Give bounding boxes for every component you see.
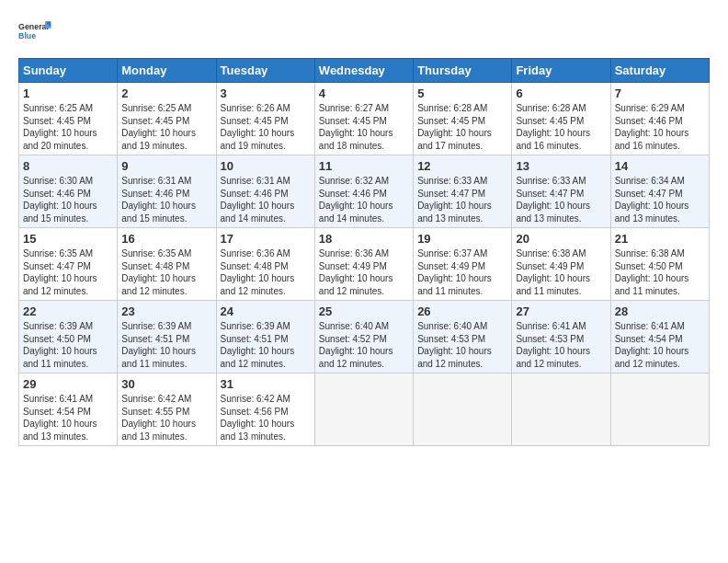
cell-info: Sunrise: 6:37 AMSunset: 4:49 PMDaylight:… (417, 247, 507, 297)
cell-info: Sunrise: 6:38 AMSunset: 4:50 PMDaylight:… (615, 247, 705, 297)
cell-info: Sunrise: 6:41 AMSunset: 4:54 PMDaylight:… (23, 393, 113, 442)
calendar-cell: 18Sunrise: 6:36 AMSunset: 4:49 PMDayligh… (314, 228, 413, 301)
day-number: 4 (319, 86, 409, 100)
calendar-cell: 4Sunrise: 6:27 AMSunset: 4:45 PMDaylight… (314, 83, 413, 155)
cell-info: Sunrise: 6:25 AMSunset: 4:45 PMDaylight:… (121, 102, 211, 152)
cell-info: Sunrise: 6:26 AMSunset: 4:45 PMDaylight:… (221, 102, 311, 152)
day-number: 24 (221, 304, 311, 318)
calendar-cell: 15Sunrise: 6:35 AMSunset: 4:47 PMDayligh… (19, 228, 118, 301)
cell-info: Sunrise: 6:39 AMSunset: 4:51 PMDaylight:… (221, 320, 311, 370)
cell-info: Sunrise: 6:40 AMSunset: 4:52 PMDaylight:… (319, 320, 409, 370)
calendar: SundayMondayTuesdayWednesdayThursdayFrid… (18, 58, 710, 446)
day-number: 11 (319, 159, 409, 173)
day-number: 21 (615, 232, 705, 246)
calendar-cell (512, 373, 610, 446)
day-number: 1 (23, 86, 113, 100)
cell-info: Sunrise: 6:42 AMSunset: 4:55 PMDaylight:… (121, 393, 211, 442)
calendar-day-header: Saturday (610, 59, 709, 83)
day-number: 5 (417, 86, 507, 100)
cell-info: Sunrise: 6:30 AMSunset: 4:46 PMDaylight:… (23, 175, 113, 224)
cell-info: Sunrise: 6:39 AMSunset: 4:50 PMDaylight:… (23, 320, 113, 370)
calendar-cell: 13Sunrise: 6:33 AMSunset: 4:47 PMDayligh… (512, 155, 610, 228)
logo-svg: General Blue (18, 14, 53, 49)
calendar-cell: 5Sunrise: 6:28 AMSunset: 4:45 PMDaylight… (414, 83, 512, 155)
calendar-week-row: 29Sunrise: 6:41 AMSunset: 4:54 PMDayligh… (19, 373, 710, 446)
cell-info: Sunrise: 6:35 AMSunset: 4:48 PMDaylight:… (121, 247, 211, 297)
cell-info: Sunrise: 6:42 AMSunset: 4:56 PMDaylight:… (221, 393, 311, 442)
calendar-cell: 24Sunrise: 6:39 AMSunset: 4:51 PMDayligh… (216, 301, 314, 373)
day-number: 7 (615, 86, 705, 100)
day-number: 6 (516, 86, 606, 100)
calendar-cell: 14Sunrise: 6:34 AMSunset: 4:47 PMDayligh… (610, 155, 709, 228)
calendar-cell: 7Sunrise: 6:29 AMSunset: 4:46 PMDaylight… (610, 83, 709, 155)
day-number: 17 (221, 232, 311, 246)
cell-info: Sunrise: 6:31 AMSunset: 4:46 PMDaylight:… (121, 175, 211, 224)
cell-info: Sunrise: 6:25 AMSunset: 4:45 PMDaylight:… (23, 102, 113, 152)
calendar-cell: 31Sunrise: 6:42 AMSunset: 4:56 PMDayligh… (216, 373, 314, 446)
calendar-cell: 27Sunrise: 6:41 AMSunset: 4:53 PMDayligh… (512, 301, 610, 373)
cell-info: Sunrise: 6:28 AMSunset: 4:45 PMDaylight:… (417, 102, 507, 152)
day-number: 20 (516, 232, 606, 246)
calendar-cell: 19Sunrise: 6:37 AMSunset: 4:49 PMDayligh… (414, 228, 512, 301)
calendar-cell: 11Sunrise: 6:32 AMSunset: 4:46 PMDayligh… (314, 155, 413, 228)
day-number: 31 (221, 377, 311, 391)
cell-info: Sunrise: 6:28 AMSunset: 4:45 PMDaylight:… (516, 102, 606, 152)
calendar-cell: 10Sunrise: 6:31 AMSunset: 4:46 PMDayligh… (216, 155, 314, 228)
calendar-cell (314, 373, 413, 446)
calendar-cell: 23Sunrise: 6:39 AMSunset: 4:51 PMDayligh… (118, 301, 216, 373)
cell-info: Sunrise: 6:36 AMSunset: 4:48 PMDaylight:… (221, 247, 311, 297)
calendar-cell (414, 373, 512, 446)
day-number: 27 (516, 304, 606, 318)
calendar-cell: 17Sunrise: 6:36 AMSunset: 4:48 PMDayligh… (216, 228, 314, 301)
calendar-cell: 21Sunrise: 6:38 AMSunset: 4:50 PMDayligh… (610, 228, 709, 301)
calendar-cell: 2Sunrise: 6:25 AMSunset: 4:45 PMDaylight… (118, 83, 216, 155)
svg-text:General: General (18, 22, 49, 31)
day-number: 15 (23, 232, 113, 246)
day-number: 14 (615, 159, 705, 173)
cell-info: Sunrise: 6:36 AMSunset: 4:49 PMDaylight:… (319, 247, 409, 297)
calendar-cell: 30Sunrise: 6:42 AMSunset: 4:55 PMDayligh… (118, 373, 216, 446)
calendar-cell: 8Sunrise: 6:30 AMSunset: 4:46 PMDaylight… (19, 155, 118, 228)
cell-info: Sunrise: 6:31 AMSunset: 4:46 PMDaylight:… (221, 175, 311, 224)
calendar-cell: 16Sunrise: 6:35 AMSunset: 4:48 PMDayligh… (118, 228, 216, 301)
cell-info: Sunrise: 6:39 AMSunset: 4:51 PMDaylight:… (121, 320, 211, 370)
cell-info: Sunrise: 6:34 AMSunset: 4:47 PMDaylight:… (615, 175, 705, 224)
day-number: 8 (23, 159, 113, 173)
day-number: 10 (221, 159, 311, 173)
cell-info: Sunrise: 6:33 AMSunset: 4:47 PMDaylight:… (417, 175, 507, 224)
cell-info: Sunrise: 6:41 AMSunset: 4:54 PMDaylight:… (615, 320, 705, 370)
day-number: 13 (516, 159, 606, 173)
day-number: 2 (121, 86, 211, 100)
calendar-cell: 26Sunrise: 6:40 AMSunset: 4:53 PMDayligh… (414, 301, 512, 373)
day-number: 9 (121, 159, 211, 173)
calendar-cell: 22Sunrise: 6:39 AMSunset: 4:50 PMDayligh… (19, 301, 118, 373)
calendar-cell: 9Sunrise: 6:31 AMSunset: 4:46 PMDaylight… (118, 155, 216, 228)
calendar-day-header: Monday (118, 59, 216, 83)
calendar-day-header: Tuesday (216, 59, 314, 83)
day-number: 23 (121, 304, 211, 318)
calendar-cell: 28Sunrise: 6:41 AMSunset: 4:54 PMDayligh… (610, 301, 709, 373)
day-number: 30 (121, 377, 211, 391)
cell-info: Sunrise: 6:32 AMSunset: 4:46 PMDaylight:… (319, 175, 409, 224)
calendar-cell: 29Sunrise: 6:41 AMSunset: 4:54 PMDayligh… (19, 373, 118, 446)
calendar-day-header: Sunday (19, 59, 118, 83)
day-number: 26 (417, 304, 507, 318)
calendar-cell: 25Sunrise: 6:40 AMSunset: 4:52 PMDayligh… (314, 301, 413, 373)
cell-info: Sunrise: 6:35 AMSunset: 4:47 PMDaylight:… (23, 247, 113, 297)
day-number: 16 (121, 232, 211, 246)
calendar-cell (610, 373, 709, 446)
day-number: 18 (319, 232, 409, 246)
calendar-day-header: Wednesday (314, 59, 413, 83)
calendar-week-row: 1Sunrise: 6:25 AMSunset: 4:45 PMDaylight… (19, 83, 710, 155)
day-number: 28 (615, 304, 705, 318)
calendar-cell: 1Sunrise: 6:25 AMSunset: 4:45 PMDaylight… (19, 83, 118, 155)
logo: General Blue (18, 14, 53, 49)
day-number: 25 (319, 304, 409, 318)
cell-info: Sunrise: 6:41 AMSunset: 4:53 PMDaylight:… (516, 320, 606, 370)
calendar-week-row: 15Sunrise: 6:35 AMSunset: 4:47 PMDayligh… (19, 228, 710, 301)
cell-info: Sunrise: 6:29 AMSunset: 4:46 PMDaylight:… (615, 102, 705, 152)
calendar-cell: 20Sunrise: 6:38 AMSunset: 4:49 PMDayligh… (512, 228, 610, 301)
day-number: 3 (221, 86, 311, 100)
svg-text:Blue: Blue (18, 31, 36, 40)
cell-info: Sunrise: 6:27 AMSunset: 4:45 PMDaylight:… (319, 102, 409, 152)
